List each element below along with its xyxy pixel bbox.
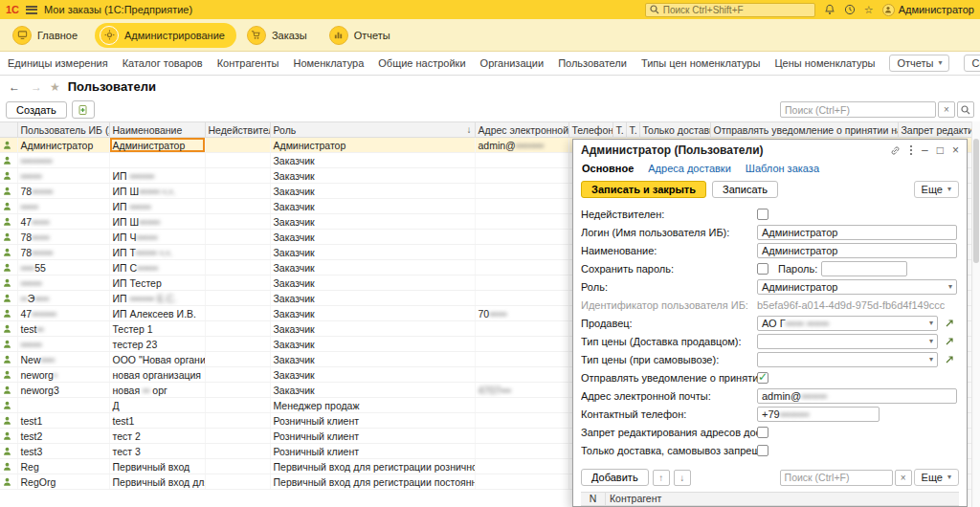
col-contragent[interactable]: Контрагент [606,493,959,505]
cell[interactable]: New•••• [17,352,109,367]
col-role[interactable]: Роль↓ [270,122,475,138]
section-glavnoe[interactable]: Главное [8,23,89,48]
bottom-more-button[interactable]: Еще ▾ [914,469,959,486]
cell[interactable]: ИП С•••••• [109,260,205,276]
cell[interactable]: ИП Ч•••••• [109,230,205,245]
cell[interactable]: новая •• орг [109,383,205,398]
more-button[interactable] [909,144,913,156]
cell[interactable]: •••••• [17,168,109,184]
col-invalid[interactable]: Недействителен [205,122,270,138]
email-field[interactable]: admin@••••••• [757,388,957,404]
link-button[interactable] [890,145,901,156]
tab-osnovnoe[interactable]: Основное [582,163,634,174]
cell[interactable]: Менеджер продаж [270,398,475,413]
section-otchety[interactable]: Отчеты [324,23,402,48]
user-chip[interactable]: Администратор [882,4,974,16]
cell[interactable] [205,474,270,490]
cell[interactable]: 4707••• [475,383,568,398]
cell[interactable] [475,321,568,337]
cell[interactable]: RegOrg [17,474,109,490]
col-email[interactable]: Адрес электронной почты [475,122,568,138]
cell[interactable]: Заказчик [270,337,475,352]
cell[interactable] [205,230,270,245]
col-t1[interactable]: Т. [612,122,626,138]
col-only-delivery[interactable]: Только доставка [639,122,710,138]
cell[interactable]: test1 [17,413,109,429]
invalid-checkbox[interactable] [757,209,768,220]
menu-item-prices[interactable]: Цены номенклатуры [774,57,875,69]
menu-item-catalog[interactable]: Каталог товаров [122,57,203,69]
cell[interactable] [205,168,270,184]
save-button[interactable]: Записать [712,181,778,198]
cell[interactable]: Заказчик [270,352,475,367]
cell[interactable]: Д [109,398,205,413]
menu-service-dropdown[interactable]: Сервис ▾ [964,55,980,72]
password-field[interactable] [821,261,907,276]
cell[interactable] [205,291,270,306]
scrollbar-thumb[interactable] [973,139,979,263]
menu-item-contragents[interactable]: Контрагенты [217,57,279,69]
cell[interactable] [475,214,568,230]
cell[interactable] [109,153,205,168]
star-icon[interactable]: ★ [50,80,60,94]
forward-button[interactable]: → [28,79,45,95]
cell[interactable]: Заказчик [270,291,475,306]
col-ban-edit[interactable]: Запрет редактирования адресов д... [898,122,980,138]
contragent-search-input[interactable]: Поиск (Ctrl+F) [780,470,893,486]
cell[interactable]: ••••• [17,199,109,214]
cell[interactable]: Первичный вход для регистрации постоянно… [270,474,475,490]
cell[interactable] [205,153,270,168]
cell[interactable] [205,383,270,398]
cell[interactable] [475,429,568,444]
notify-checkbox[interactable] [757,372,768,384]
cell[interactable] [205,321,270,337]
section-zakazy[interactable]: Заказы [242,23,319,48]
cell[interactable]: ••••55 [17,260,109,276]
cell[interactable] [475,444,568,459]
cell[interactable] [205,444,270,459]
cell[interactable] [475,153,568,168]
cell[interactable] [205,138,270,153]
dialog-more-button[interactable]: Еще ▾ [914,181,959,198]
open-price-delivery-button[interactable] [942,334,957,349]
cell[interactable]: ИП Ш•••••• •.•. [109,184,205,199]
cell[interactable]: Заказчик [270,199,475,214]
main-menu-icon[interactable] [26,6,37,14]
cell[interactable]: Розничный клиент [270,429,475,444]
cell[interactable] [475,199,568,214]
cell[interactable]: Заказчик [270,168,475,184]
cell[interactable]: ИП Т•••••• •.•. [109,245,205,260]
col-t2[interactable]: Т. [626,122,639,138]
favorites-button[interactable]: ☆ [864,4,874,16]
global-search-input[interactable]: Поиск Ctrl+Shift+F [645,3,815,17]
cell[interactable]: •••••• [17,337,109,352]
clear-search-button[interactable]: × [938,101,955,118]
cell[interactable] [475,352,568,367]
cell[interactable] [205,413,270,429]
cell[interactable] [205,459,270,474]
cell[interactable]: Тестер 1 [109,321,205,337]
cell[interactable] [205,245,270,260]
col-login[interactable]: Пользователь ИБ (логин) [17,122,109,138]
cell[interactable] [205,398,270,413]
cell[interactable] [475,413,568,429]
cell[interactable]: Первичный вход [109,459,205,474]
cell[interactable]: neworg3 [17,383,109,398]
cell[interactable]: ••••••••• [17,153,109,168]
save-password-checkbox[interactable] [757,263,768,275]
section-administrirovanie[interactable]: Администрирование [95,23,236,48]
cell[interactable]: Администратор [17,138,109,153]
cell[interactable]: новая организация [109,367,205,383]
login-field[interactable]: Администратор [757,225,957,240]
copy-button[interactable] [72,100,95,119]
move-down-button[interactable]: ↓ [674,470,691,486]
cell[interactable]: Розничный клиент [270,413,475,429]
move-up-button[interactable]: ↑ [653,470,670,486]
cell[interactable]: Розничный клиент [270,444,475,459]
list-search-input[interactable]: Поиск (Ctrl+F) [780,101,936,118]
phone-field[interactable]: +79•••••••• [757,407,880,422]
cell[interactable]: Заказчик [270,214,475,230]
vertical-scrollbar[interactable] [971,121,980,507]
cell[interactable] [475,230,568,245]
price-delivery-combo[interactable]: ▾ [757,334,938,349]
